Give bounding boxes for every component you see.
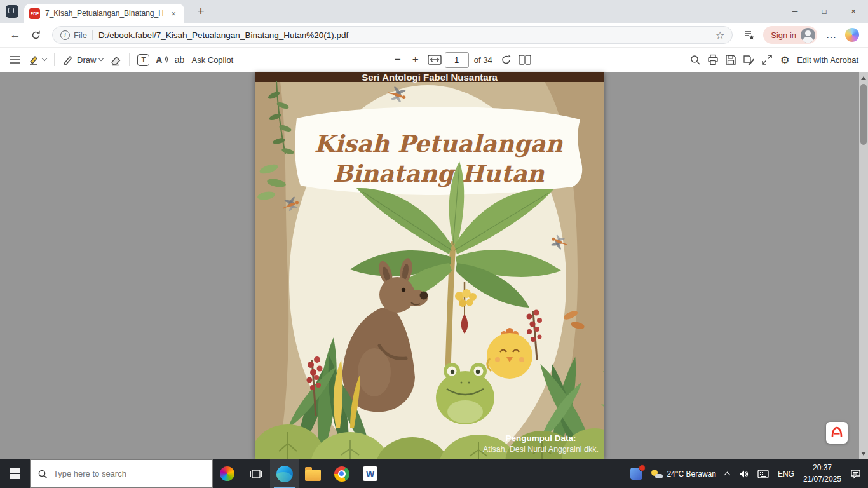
scrollbar-thumb[interactable] (860, 84, 867, 145)
window-controls: ─ □ × (780, 0, 868, 23)
notification-app-button[interactable] (626, 459, 647, 488)
minimize-button[interactable]: ─ (780, 0, 810, 23)
copilot-icon[interactable] (845, 28, 859, 42)
start-button[interactable] (0, 459, 30, 488)
file-explorer-icon (305, 470, 321, 481)
clock[interactable]: 20:37 21/07/2025 (799, 459, 846, 488)
edit-with-acrobat-button[interactable]: Edit with Acrobat (794, 50, 862, 69)
tab-close-icon[interactable]: × (168, 8, 179, 19)
edge-browser-window: PDF 7_Kisah_Petualangan_Binatang_H... × … (0, 0, 868, 488)
address-bar[interactable]: i File D:/ebook.fabel/7_Kisah_Petualanga… (52, 26, 733, 44)
search-icon (37, 469, 48, 479)
widgets-icon (220, 466, 234, 481)
highlight-tool-button[interactable] (24, 50, 50, 69)
touch-keyboard-button[interactable] (753, 459, 773, 488)
workspaces-icon-inner (8, 8, 14, 13)
acrobat-icon (829, 425, 844, 440)
read-aloud-button[interactable]: A (153, 50, 170, 69)
pdf-file-icon: PDF (29, 8, 40, 19)
weather-icon (651, 470, 663, 478)
page-count-label: of 34 (474, 55, 492, 65)
chevron-down-icon (98, 56, 104, 61)
acrobat-shortcut-button[interactable] (826, 422, 848, 444)
credits-names: Atisah, Desi Nurul Anggraini dkk. (483, 445, 599, 454)
chevron-up-icon (724, 471, 730, 478)
system-tray: 24°C Berawan ENG 20:37 21/07/2025 (626, 459, 868, 488)
address-scheme-label: File (74, 30, 87, 40)
sign-in-label: Sign in (771, 30, 796, 40)
chrome-icon (334, 466, 349, 482)
sign-in-button[interactable]: Sign in (763, 26, 817, 44)
windows-logo-icon (10, 468, 20, 479)
zoom-in-button[interactable]: + (407, 50, 424, 69)
taskbar-edge-button[interactable] (270, 459, 299, 488)
weather-status[interactable]: 24°C Berawan (647, 459, 721, 488)
collections-icon[interactable] (739, 25, 759, 45)
browser-menu-icon[interactable]: … (821, 25, 841, 45)
pdf-page: Seri Antologi Fabel Nusantara (255, 72, 604, 459)
vertical-scrollbar[interactable] (859, 72, 868, 459)
temperature-label: 24°C (667, 470, 684, 478)
scroll-down-arrow[interactable] (861, 452, 866, 456)
title-banner: Kisah Petualangan Binatang Hutan (295, 107, 582, 195)
cover-title-line1: Kisah Petualangan (315, 130, 564, 158)
task-view-icon (249, 468, 263, 480)
browser-tab-bar: PDF 7_Kisah_Petualangan_Binatang_H... × … (0, 0, 868, 23)
tab-title: 7_Kisah_Petualangan_Binatang_H... (45, 9, 163, 18)
add-text-tool-button[interactable]: T (134, 50, 153, 69)
close-button[interactable]: × (839, 0, 868, 23)
browser-navbar: ← i File D:/ebook.fabel/7_Kisah_Petualan… (0, 23, 868, 47)
new-tab-button[interactable]: + (192, 3, 210, 20)
date-label: 21/07/2025 (803, 474, 841, 485)
fullscreen-icon[interactable] (758, 50, 776, 69)
browser-tab[interactable]: PDF 7_Kisah_Petualangan_Binatang_H... × (24, 4, 184, 23)
rotate-page-icon[interactable] (498, 50, 515, 69)
settings-gear-icon[interactable]: ⚙ (776, 50, 794, 69)
tray-overflow-button[interactable] (721, 459, 734, 488)
time-label: 20:37 (813, 463, 832, 473)
cover-illustration: Seri Antologi Fabel Nusantara (255, 72, 604, 459)
scroll-up-arrow[interactable] (861, 76, 866, 80)
workspaces-icon[interactable] (6, 5, 18, 18)
pdf-content-area[interactable]: Seri Antologi Fabel Nusantara (0, 72, 868, 459)
cover-title-line2: Binatang Hutan (333, 159, 545, 187)
taskbar-search[interactable] (30, 459, 213, 488)
zoom-out-button[interactable]: − (389, 50, 407, 69)
favorite-star-icon[interactable]: ☆ (715, 29, 724, 41)
save-as-icon[interactable] (740, 50, 758, 69)
draw-tool-button[interactable]: Draw (59, 50, 106, 69)
taskbar-widgets-button[interactable] (213, 459, 241, 488)
ask-copilot-label: Ask Copilot (191, 55, 233, 65)
pdf-menu-icon[interactable] (6, 50, 24, 69)
word-icon: W (363, 466, 377, 481)
save-icon[interactable] (722, 50, 740, 69)
refresh-button[interactable] (25, 25, 46, 45)
page-number-input[interactable] (445, 52, 469, 68)
maximize-button[interactable]: □ (810, 0, 839, 23)
credits-heading: Pengumpul Data: (505, 433, 576, 443)
action-center-button[interactable] (846, 459, 865, 488)
address-divider (92, 30, 93, 40)
language-indicator[interactable]: ENG (773, 459, 799, 488)
taskbar-chrome-button[interactable] (327, 459, 356, 488)
pdf-toolbar: Draw T A ab Ask Copilot − + of 34 (0, 47, 868, 72)
search-icon[interactable] (686, 50, 704, 69)
print-icon[interactable] (704, 50, 722, 69)
task-view-button[interactable] (241, 459, 270, 488)
taskbar-search-input[interactable] (53, 469, 205, 478)
chevron-down-icon (42, 56, 47, 61)
back-button[interactable]: ← (5, 25, 25, 45)
translate-button[interactable]: ab (170, 50, 188, 69)
site-info-icon[interactable]: i (60, 30, 70, 40)
profile-avatar (801, 28, 815, 43)
ask-copilot-button[interactable]: Ask Copilot (188, 50, 236, 69)
erase-tool-button[interactable] (106, 50, 125, 69)
volume-button[interactable] (734, 459, 753, 488)
taskbar-file-explorer-button[interactable] (299, 459, 327, 488)
series-banner: Seri Antologi Fabel Nusantara (255, 72, 604, 83)
edge-icon (276, 466, 293, 482)
page-view-icon[interactable] (515, 50, 534, 69)
speaker-icon (738, 469, 749, 479)
fit-to-width-icon[interactable] (424, 50, 445, 69)
taskbar-word-button[interactable]: W (356, 459, 384, 488)
